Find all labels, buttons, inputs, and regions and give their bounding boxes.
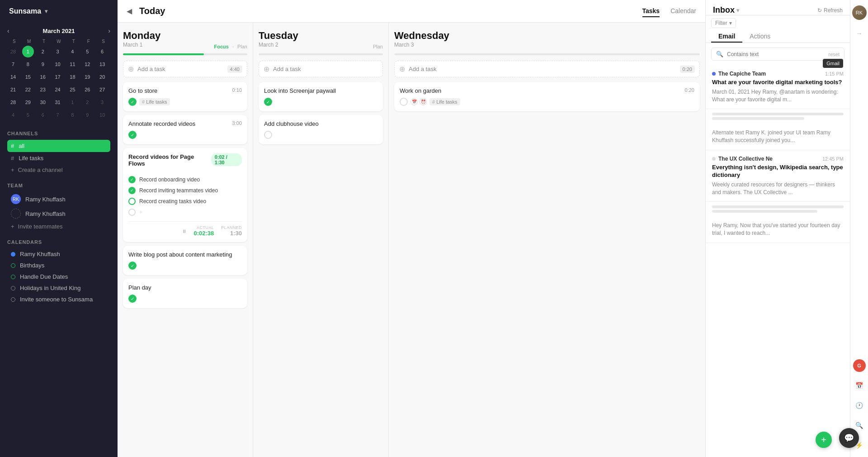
cal-day[interactable]: 21 — [7, 84, 19, 95]
calendar-next-button[interactable]: › — [108, 27, 110, 34]
add-email-button[interactable]: + — [816, 432, 832, 448]
calendar-birthdays[interactable]: Birthdays — [7, 260, 110, 271]
clock-history-icon[interactable]: 🕐 — [853, 399, 866, 412]
chat-bubble-button[interactable]: 💬 — [839, 428, 859, 448]
cal-day[interactable]: 26 — [81, 84, 93, 95]
cal-day[interactable]: 29 — [22, 96, 34, 108]
task-check-button[interactable]: ✓ — [128, 98, 137, 106]
task-go-to-store[interactable]: Go to store 0:10 ✓ # Life tasks — [123, 82, 247, 111]
clock-icon[interactable]: ⏰ — [420, 98, 427, 105]
cal-day[interactable]: 31 — [52, 96, 64, 108]
tab-actions[interactable]: Actions — [742, 31, 778, 43]
cal-day[interactable]: 12 — [81, 58, 93, 70]
focus-label[interactable]: Focus — [214, 44, 229, 49]
task-screenjar[interactable]: Look into Screenjar paywall ✓ — [259, 82, 383, 111]
sidebar-item-all[interactable]: # all — [7, 140, 110, 152]
wednesday-add-task-button[interactable]: ⊕ Add a task 0:20 — [394, 61, 700, 77]
task-plan-day[interactable]: Plan day ✓ — [123, 279, 247, 308]
task-check-button[interactable] — [400, 98, 408, 106]
calendar-holidays[interactable]: Holidays in United King — [7, 282, 110, 294]
calendar-icon[interactable]: 📅 — [853, 379, 866, 392]
logout-icon[interactable]: → — [853, 27, 866, 40]
subtask-check[interactable]: ✓ — [128, 187, 136, 194]
cal-day[interactable]: 22 — [22, 84, 34, 95]
plan-label[interactable]: Plan — [237, 44, 247, 49]
filter-button[interactable]: Filter ▾ — [711, 18, 736, 28]
tab-email[interactable]: Email — [711, 31, 742, 43]
subtask-add-button[interactable]: + — [128, 207, 242, 218]
cal-day[interactable]: 10 — [96, 109, 108, 121]
cal-day[interactable]: 13 — [96, 58, 108, 70]
monday-add-task-button[interactable]: ⊕ Add a task 4:40 — [123, 61, 247, 77]
calendar-due-dates[interactable]: Handle Due Dates — [7, 271, 110, 282]
cal-day[interactable]: 10 — [52, 58, 64, 70]
calendar-invite-sunsama[interactable]: Invite someone to Sunsama — [7, 294, 110, 305]
cal-day[interactable]: 5 — [81, 46, 93, 57]
email-item-2[interactable]: Alternate text Ramy K. joined your UI te… — [706, 124, 850, 150]
cal-day[interactable]: 25 — [66, 84, 78, 95]
cal-day[interactable]: 28 — [7, 96, 19, 108]
gmail-icon[interactable]: G — [853, 359, 866, 372]
cal-day[interactable]: 20 — [96, 71, 108, 83]
app-logo[interactable]: Sunsama ▾ — [0, 0, 118, 23]
task-annotate[interactable]: Annotate recorded videos 3:00 ✓ — [123, 115, 247, 144]
plan-label[interactable]: Plan — [373, 44, 383, 49]
cal-day[interactable]: 11 — [66, 58, 78, 70]
cal-day[interactable]: 15 — [22, 71, 34, 83]
cal-day[interactable]: 9 — [81, 109, 93, 121]
cal-day[interactable]: 30 — [37, 96, 49, 108]
cal-day[interactable]: 18 — [66, 71, 78, 83]
cal-day[interactable]: 1 — [66, 96, 78, 108]
team-member-1[interactable]: RK Ramy Khuffash — [7, 192, 110, 206]
cal-day[interactable]: 7 — [7, 58, 19, 70]
calendar-icon[interactable]: 📅 — [410, 98, 418, 105]
task-check-button[interactable]: ✓ — [264, 98, 272, 106]
cal-day[interactable]: 7 — [52, 109, 64, 121]
cal-day[interactable]: 23 — [37, 84, 49, 95]
sidebar-item-life-tasks[interactable]: # Life tasks — [7, 152, 110, 164]
cal-day[interactable]: 8 — [22, 58, 34, 70]
tab-tasks[interactable]: Tasks — [642, 5, 660, 17]
cal-day[interactable]: 24 — [52, 84, 64, 95]
task-check-button[interactable] — [264, 131, 272, 139]
cal-day[interactable]: 27 — [96, 84, 108, 95]
cal-day[interactable]: 3 — [96, 96, 108, 108]
cal-day[interactable]: 3 — [52, 46, 64, 57]
calendar-ramy[interactable]: Ramy Khuffash — [7, 248, 110, 260]
subtask-check[interactable]: ✓ — [128, 176, 136, 183]
cal-day[interactable]: 9 — [37, 58, 49, 70]
task-garden[interactable]: Work on garden 0:20 📅 ⏰ # Life tasks — [394, 82, 700, 111]
cal-day[interactable]: 8 — [66, 109, 78, 121]
task-write-blog[interactable]: Write blog post about content marketing … — [123, 246, 247, 275]
cal-day[interactable]: 16 — [37, 71, 49, 83]
cal-day[interactable]: 6 — [37, 109, 49, 121]
task-group-record-videos[interactable]: Record videos for Page Flows 0:02 / 1:30… — [123, 148, 247, 242]
task-clubhouse[interactable]: Add clubhouse video — [259, 115, 383, 144]
calendar-prev-button[interactable]: ‹ — [7, 27, 9, 34]
email-item-4[interactable]: Hey Ramy, Now that you've started your f… — [706, 216, 850, 243]
cal-day[interactable]: 2 — [81, 96, 93, 108]
search-input[interactable] — [727, 51, 825, 57]
cal-day[interactable]: 6 — [96, 46, 108, 57]
cal-day[interactable]: 4 — [7, 109, 19, 121]
cal-day[interactable]: 14 — [7, 71, 19, 83]
email-item-3[interactable]: The UX Collective Ne 12:45 PM Everything… — [706, 150, 850, 202]
cal-day[interactable]: 4 — [66, 46, 78, 57]
cal-day[interactable]: 2 — [37, 46, 49, 57]
refresh-button[interactable]: ↻ Refresh — [817, 7, 843, 14]
subtask-check[interactable] — [128, 198, 136, 205]
cal-day[interactable]: 5 — [22, 109, 34, 121]
cal-day[interactable]: 19 — [81, 71, 93, 83]
task-check-button[interactable]: ✓ — [128, 131, 137, 139]
cal-day[interactable]: 17 — [52, 71, 64, 83]
tuesday-add-task-button[interactable]: ⊕ Add a task — [259, 61, 383, 77]
team-member-2[interactable]: Ramy Khuffash — [7, 206, 110, 221]
tab-calendar[interactable]: Calendar — [670, 5, 696, 17]
cal-day-today[interactable]: 1 — [22, 46, 34, 57]
task-check-button[interactable]: ✓ — [128, 295, 137, 303]
email-item-1[interactable]: The Capiche Team 1:15 PM What are your f… — [706, 65, 850, 109]
pause-icon[interactable]: ⏸ — [182, 228, 187, 234]
reset-button[interactable]: reset — [829, 52, 840, 57]
cal-day[interactable]: 28 — [7, 46, 19, 57]
invite-teammates-button[interactable]: + Invite teammates — [7, 221, 110, 232]
